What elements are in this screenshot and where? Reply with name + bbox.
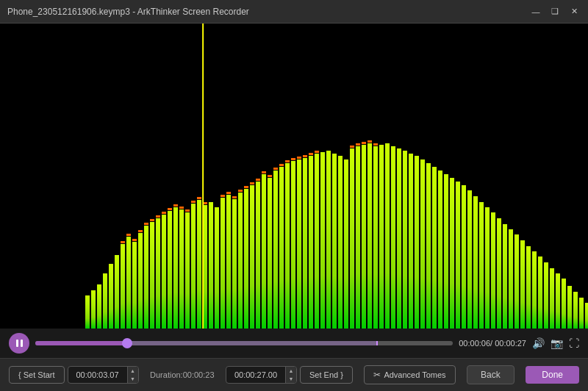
pause-icon: [16, 340, 23, 347]
window-controls: — ❑ ✕: [529, 5, 581, 18]
progress-handle[interactable]: [122, 338, 132, 348]
end-time-spinners: ▲ ▼: [285, 367, 296, 383]
total-time: 00:00:27: [495, 339, 526, 348]
trim-overlay: [127, 341, 378, 345]
advanced-trimmer-label: Advanced Tomes: [384, 370, 445, 379]
start-time-input[interactable]: [68, 367, 127, 382]
time-display: 00:00:06/ 00:00:27: [459, 339, 526, 348]
volume-button[interactable]: 🔊: [532, 337, 545, 349]
set-start-button[interactable]: { Set Start: [9, 366, 65, 384]
play-pause-button[interactable]: [9, 333, 29, 354]
set-start-group: { Set Start ▲ ▼: [9, 366, 139, 384]
screenshot-button[interactable]: 📷: [551, 337, 563, 349]
title-text: Phone_230512161906.keymp3 - ArkThinker S…: [7, 7, 249, 17]
pause-bar-left: [16, 340, 18, 347]
waveform-area: [0, 24, 588, 329]
start-time-down-button[interactable]: ▼: [128, 375, 138, 383]
progress-fill: [35, 341, 127, 345]
waveform-canvas[interactable]: [0, 24, 588, 329]
progress-track[interactable]: [35, 341, 453, 345]
bottom-controls: { Set Start ▲ ▼ Duration:00:00:23 ▲ ▼ Se…: [0, 358, 588, 391]
pause-bar-right: [21, 340, 23, 347]
back-button[interactable]: Back: [467, 365, 514, 384]
duration-label: Duration:00:00:23: [150, 370, 214, 379]
set-end-group: ▲ ▼ Set End }: [226, 366, 353, 384]
end-time-input-group: ▲ ▼: [226, 366, 297, 384]
title-bar: Phone_230512161906.keymp3 - ArkThinker S…: [0, 0, 588, 24]
scissors-icon: ✂: [373, 370, 381, 380]
start-time-input-group: ▲ ▼: [68, 366, 139, 384]
start-time-up-button[interactable]: ▲: [128, 367, 138, 375]
maximize-button[interactable]: ❑: [548, 5, 562, 18]
fullscreen-button[interactable]: ⛶: [569, 337, 579, 349]
advanced-trimmer-button[interactable]: ✂ Advanced Tomes: [364, 365, 455, 384]
set-end-button[interactable]: Set End }: [300, 366, 353, 384]
scrubber-bar: 00:00:06/ 00:00:27 🔊 📷 ⛶: [0, 329, 588, 358]
minimize-button[interactable]: —: [529, 5, 542, 18]
current-time: 00:00:06: [459, 339, 490, 348]
end-time-down-button[interactable]: ▼: [286, 375, 296, 383]
done-button[interactable]: Done: [526, 366, 579, 384]
end-time-input[interactable]: [226, 367, 285, 382]
end-time-up-button[interactable]: ▲: [286, 367, 296, 375]
close-button[interactable]: ✕: [567, 5, 581, 18]
start-time-spinners: ▲ ▼: [127, 367, 138, 383]
